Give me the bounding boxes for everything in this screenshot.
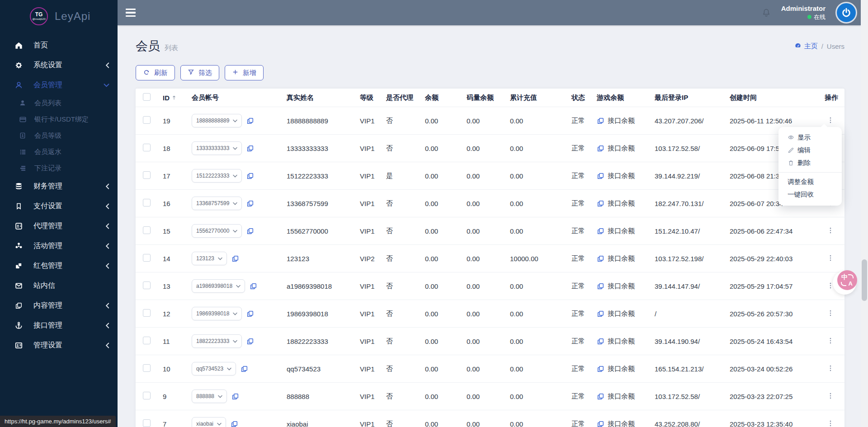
game-balance-link[interactable]: 接口余额 <box>608 254 635 263</box>
column-header[interactable]: ID <box>159 94 188 102</box>
sidebar-item-member-rebate[interactable]: 会员返水 <box>0 144 118 160</box>
account-select[interactable]: a19869398018 <box>192 279 245 293</box>
row-checkbox[interactable] <box>143 392 151 399</box>
menu-item-edit[interactable]: 编辑 <box>778 144 842 156</box>
copy-icon[interactable] <box>246 338 254 345</box>
copy-icon[interactable] <box>231 420 238 427</box>
copy-icon[interactable] <box>597 310 604 318</box>
sidebar-item-member-list[interactable]: 会员列表 <box>0 95 118 111</box>
translate-fab[interactable]: 中 A <box>833 271 856 295</box>
sidebar-item-finance-management[interactable]: 财务管理 <box>0 176 118 196</box>
account-select[interactable]: 15122223333 <box>192 169 242 183</box>
copy-icon[interactable] <box>597 200 604 207</box>
account-select[interactable]: 15562770000 <box>192 224 242 238</box>
menu-item-one-click-recycle[interactable]: 一键回收 <box>778 188 842 201</box>
column-header[interactable]: 等级 <box>356 94 382 102</box>
account-select[interactable]: 888888 <box>192 389 227 403</box>
account-select[interactable]: 13333333333 <box>192 141 242 155</box>
row-checkbox[interactable] <box>143 282 151 289</box>
row-checkbox[interactable] <box>143 337 151 344</box>
copy-icon[interactable] <box>246 145 254 152</box>
account-select[interactable]: 19869398018 <box>192 307 242 320</box>
column-header[interactable]: 状态 <box>568 94 593 102</box>
sidebar-item-activity-management[interactable]: 活动管理 <box>0 236 118 256</box>
game-balance-link[interactable]: 接口余额 <box>608 227 635 235</box>
column-header[interactable]: 会员帐号 <box>188 94 283 102</box>
column-header[interactable]: 码量余额 <box>463 94 506 102</box>
sidebar-item-admin-settings[interactable]: 管理设置 <box>0 335 118 355</box>
column-header[interactable]: 余额 <box>421 94 463 102</box>
copy-icon[interactable] <box>597 172 604 180</box>
copy-icon[interactable] <box>246 117 254 125</box>
copy-icon[interactable] <box>231 393 239 400</box>
game-balance-link[interactable]: 接口余额 <box>608 282 635 291</box>
sidebar-item-agent-management[interactable]: 代理管理 <box>0 216 118 236</box>
kebab-menu-icon[interactable] <box>826 226 835 235</box>
select-all-checkbox[interactable] <box>143 93 151 101</box>
column-header[interactable]: 创建时间 <box>726 94 821 102</box>
column-header[interactable]: 游戏余额 <box>593 94 651 102</box>
copy-icon[interactable] <box>597 145 604 152</box>
row-checkbox[interactable] <box>143 364 151 372</box>
sidebar-item-home[interactable]: 首页 <box>0 35 118 55</box>
copy-icon[interactable] <box>597 393 604 400</box>
kebab-menu-icon[interactable] <box>826 309 835 317</box>
scrollbar-thumb[interactable] <box>862 259 867 301</box>
add-button[interactable]: 新增 <box>225 65 264 80</box>
copy-icon[interactable] <box>241 365 248 373</box>
copy-icon[interactable] <box>597 117 604 125</box>
menu-item-delete[interactable]: 删除 <box>778 156 842 169</box>
column-header[interactable]: 累计充值 <box>506 94 568 102</box>
user-menu[interactable]: Administrator 在线 <box>781 5 826 21</box>
refresh-button[interactable]: 刷新 <box>136 65 175 80</box>
copy-icon[interactable] <box>231 255 239 263</box>
copy-icon[interactable] <box>246 227 254 235</box>
copy-icon[interactable] <box>597 282 604 290</box>
account-select[interactable]: 123123 <box>192 252 227 265</box>
game-balance-link[interactable]: 接口余额 <box>608 420 635 427</box>
copy-icon[interactable] <box>246 172 254 180</box>
kebab-menu-icon[interactable] <box>826 392 835 400</box>
kebab-menu-icon[interactable] <box>826 116 835 124</box>
sidebar-item-member-management[interactable]: 会员管理 <box>0 75 118 95</box>
game-balance-link[interactable]: 接口余额 <box>608 144 635 153</box>
copy-icon[interactable] <box>597 365 604 373</box>
sidebar-item-site-mail[interactable]: 站内信 <box>0 276 118 296</box>
sidebar-item-content-management[interactable]: 内容管理 <box>0 296 118 315</box>
sidebar-item-redpacket-management[interactable]: 红包管理 <box>0 256 118 276</box>
menu-item-show[interactable]: 显示 <box>778 131 842 144</box>
sort-asc-icon[interactable] <box>171 94 177 101</box>
column-header[interactable]: 操作 <box>821 94 844 102</box>
row-checkbox[interactable] <box>143 171 151 179</box>
copy-icon[interactable] <box>597 338 604 345</box>
hamburger-menu-icon[interactable] <box>126 9 136 17</box>
logo[interactable]: TG @modj123 LeyApi <box>0 0 118 29</box>
copy-icon[interactable] <box>597 255 604 263</box>
column-header[interactable]: 是否代理 <box>382 94 421 102</box>
row-checkbox[interactable] <box>143 144 151 151</box>
column-header[interactable]: 真实姓名 <box>283 94 356 102</box>
copy-icon[interactable] <box>597 227 604 235</box>
translate-icon[interactable]: 中 A <box>837 270 857 290</box>
game-balance-link[interactable]: 接口余额 <box>608 365 635 373</box>
filter-button[interactable]: 筛选 <box>180 65 219 80</box>
row-checkbox[interactable] <box>143 199 151 206</box>
column-header[interactable]: 最后登录IP <box>651 94 726 102</box>
row-checkbox[interactable] <box>143 226 151 234</box>
sidebar-item-member-level[interactable]: 会员等级 <box>0 127 118 144</box>
account-select[interactable]: 13368757599 <box>192 197 242 210</box>
kebab-menu-icon[interactable] <box>826 337 835 345</box>
game-balance-link[interactable]: 接口余额 <box>608 337 635 346</box>
game-balance-link[interactable]: 接口余额 <box>608 199 635 208</box>
page-scrollbar[interactable] <box>861 0 868 427</box>
kebab-menu-icon[interactable] <box>826 364 835 372</box>
kebab-menu-icon[interactable] <box>826 254 835 262</box>
account-select[interactable]: xiaobai <box>192 417 226 427</box>
sidebar-item-system-settings[interactable]: 系统设置 <box>0 55 118 75</box>
sidebar-item-api-management[interactable]: 接口管理 <box>0 315 118 335</box>
copy-icon[interactable] <box>250 282 257 290</box>
account-select[interactable]: 18822223333 <box>192 334 242 348</box>
kebab-menu-icon[interactable] <box>826 419 835 427</box>
logout-power-button[interactable] <box>835 2 857 23</box>
bell-icon[interactable] <box>761 8 771 18</box>
